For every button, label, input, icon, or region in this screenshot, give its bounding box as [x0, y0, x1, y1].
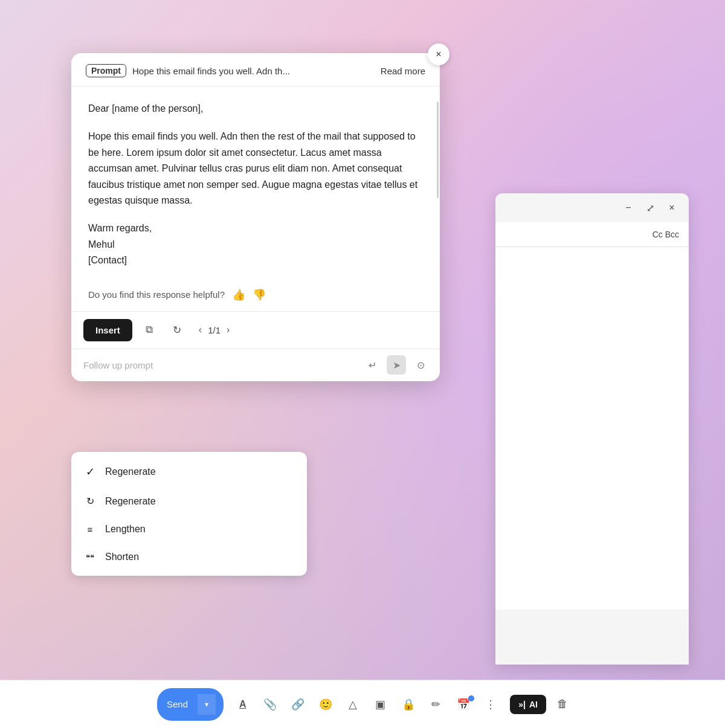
cc-label: Cc Bcc [652, 230, 679, 239]
ai-label: AI [529, 700, 538, 709]
compose-body [495, 247, 689, 610]
minimize-button[interactable]: − [621, 201, 636, 215]
page-indicator: 1/1 [208, 325, 221, 335]
send-prompt-button[interactable]: ➤ [387, 355, 406, 375]
prompt-header: Prompt Hope this email finds you well. A… [71, 53, 440, 86]
email-content: Dear [name of the person], Hope this ema… [71, 86, 440, 281]
lock-icon[interactable]: 🔒 [400, 698, 417, 711]
page-navigation: ‹ 1/1 › [196, 323, 233, 337]
emoji-icon[interactable]: 🙂 [317, 698, 334, 711]
compose-cc-bcc: Cc Bcc [495, 222, 689, 247]
attachment-icon[interactable]: 📎 [262, 698, 279, 711]
prompt-preview-text: Hope this email finds you well. Adn th..… [132, 66, 375, 76]
feedback-question: Do you find this response helpful? [88, 289, 225, 300]
more-options-icon[interactable]: ⋮ [483, 698, 500, 711]
dropdown-label-regenerate-1: Regenerate [105, 466, 156, 477]
prompt-badge: Prompt [86, 64, 126, 77]
format-text-icon[interactable]: A [234, 699, 251, 710]
photo-icon[interactable]: ▣ [372, 698, 389, 711]
close-icon: × [436, 49, 441, 60]
dropdown-item-regenerate-check[interactable]: ✓ Regenerate [71, 457, 307, 487]
target-icon: ⊙ [417, 359, 425, 371]
enter-icon-button[interactable]: ↵ [362, 355, 382, 375]
follow-up-container: ↵ ➤ ⊙ [71, 349, 440, 381]
signature-icon[interactable]: ✏ [427, 698, 444, 711]
check-icon: ✓ [83, 465, 97, 478]
ai-button[interactable]: »| AI [510, 695, 546, 714]
dropdown-label-shorten: Shorten [105, 552, 139, 562]
refresh-button[interactable]: ↻ [166, 319, 188, 341]
read-more-button[interactable]: Read more [381, 66, 425, 76]
compose-close-button[interactable]: × [665, 201, 679, 215]
send-icon: ➤ [393, 359, 401, 371]
send-label: Send [157, 699, 198, 709]
send-dropdown-arrow[interactable]: ▾ [198, 694, 216, 715]
thumbs-up-icon[interactable]: 👍 [232, 288, 245, 301]
follow-up-input[interactable] [81, 355, 358, 375]
scrollbar-thumb[interactable] [437, 101, 439, 198]
link-icon[interactable]: 🔗 [289, 698, 306, 711]
dropdown-label-regenerate-2: Regenerate [105, 496, 156, 507]
send-button[interactable]: Send ▾ [157, 688, 224, 721]
email-compose-window: − ⤢ × Cc Bcc [495, 193, 689, 665]
schedule-icon[interactable]: 📅 · [455, 698, 472, 711]
copy-button[interactable]: ⧉ [138, 319, 160, 341]
dropdown-item-regenerate-refresh[interactable]: ↻ Regenerate [71, 487, 307, 515]
compose-header: − ⤢ × [495, 193, 689, 222]
feedback-row: Do you find this response helpful? 👍 👎 [71, 281, 440, 311]
shorten-icon: ❝❝ [83, 553, 97, 562]
refresh-icon: ↻ [173, 324, 181, 337]
email-body: Hope this email finds you well. Adn then… [88, 129, 423, 208]
thumbs-down-icon[interactable]: 👎 [253, 288, 266, 301]
copy-icon: ⧉ [146, 324, 153, 336]
enter-icon: ↵ [369, 359, 376, 371]
delete-icon[interactable]: 🗑 [557, 698, 568, 710]
settings-icon-button[interactable]: ⊙ [411, 355, 430, 375]
email-closing: Warm regards, Mehul [Contact] [88, 221, 423, 268]
email-greeting: Dear [name of the person], [88, 101, 423, 117]
expand-button[interactable]: ⤢ [643, 201, 657, 215]
drive-icon[interactable]: △ [345, 698, 362, 711]
dropdown-item-shorten[interactable]: ❝❝ Shorten [71, 543, 307, 571]
ai-icon: »| [518, 700, 526, 709]
insert-button[interactable]: Insert [83, 319, 132, 341]
refresh-dropdown-icon: ↻ [83, 495, 97, 507]
dropdown-menu: ✓ Regenerate ↻ Regenerate ≡ Lengthen ❝❝ … [71, 452, 307, 576]
prev-page-button[interactable]: ‹ [196, 323, 204, 337]
dropdown-label-lengthen: Lengthen [105, 524, 146, 535]
dropdown-item-lengthen[interactable]: ≡ Lengthen [71, 515, 307, 543]
bottom-toolbar: Send ▾ A 📎 🔗 🙂 △ ▣ 🔒 ✏ 📅 · ⋮ »| AI 🗑 [0, 680, 725, 728]
ai-panel: × Prompt Hope this email finds you well.… [71, 53, 440, 381]
close-button[interactable]: × [428, 43, 450, 65]
action-bar: Insert ⧉ ↻ ‹ 1/1 › [71, 311, 440, 349]
next-page-button[interactable]: › [224, 323, 232, 337]
lengthen-icon: ≡ [83, 524, 97, 535]
